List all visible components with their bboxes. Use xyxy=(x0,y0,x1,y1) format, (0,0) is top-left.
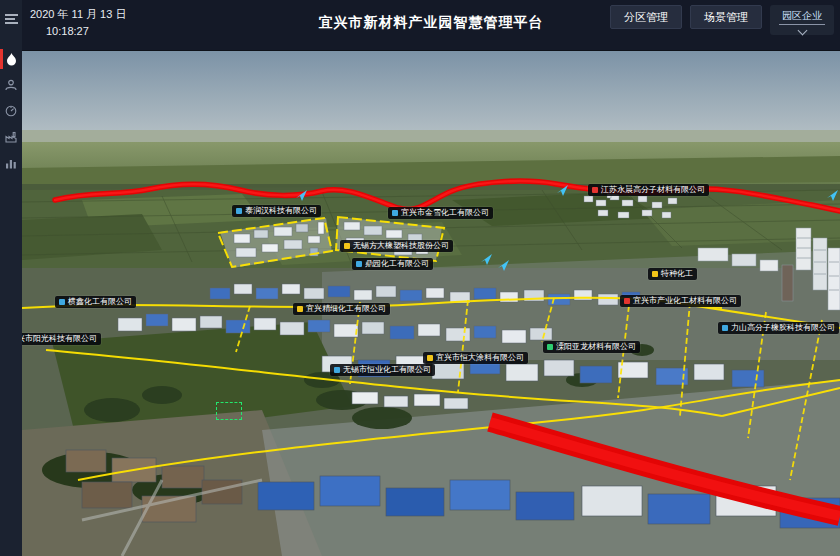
enterprise-name: 无锡方大橡塑科技股份公司 xyxy=(353,241,449,251)
enterprise-label[interactable]: 宜兴市产业化工材料有限公司 xyxy=(620,295,741,307)
dropdown-label: 园区企业 xyxy=(779,7,825,25)
enterprise-label[interactable]: 鼎园化工有限公司 xyxy=(352,258,433,270)
enterprise-name: 宜兴市恒大涂料有限公司 xyxy=(436,353,524,363)
enterprise-icon xyxy=(344,243,350,249)
enterprise-icon xyxy=(624,298,630,304)
fire-icon[interactable] xyxy=(0,46,22,72)
factory-icon[interactable] xyxy=(0,124,22,150)
enterprise-name: 泰润汉科技有限公司 xyxy=(245,206,317,216)
enterprise-icon xyxy=(392,210,398,216)
enterprise-label[interactable]: 特种化工 xyxy=(648,268,697,280)
enterprise-label[interactable]: 横鑫化工有限公司 xyxy=(55,296,136,308)
park-enterprise-dropdown[interactable]: 园区企业 xyxy=(770,5,834,35)
enterprise-name: 无锡市恒业化工有限公司 xyxy=(343,365,431,375)
enterprise-icon xyxy=(652,271,658,277)
enterprise-name: 宜兴市阳光科技有限公司 xyxy=(22,334,97,344)
user-icon[interactable] xyxy=(0,72,22,98)
enterprise-icon xyxy=(722,325,728,331)
enterprise-name: 宜兴精细化工有限公司 xyxy=(306,304,386,314)
enterprise-icon xyxy=(334,367,340,373)
plane-marker-icon[interactable] xyxy=(826,188,839,206)
enterprise-name: 横鑫化工有限公司 xyxy=(68,297,132,307)
plane-marker-icon[interactable] xyxy=(556,183,569,201)
enterprise-icon xyxy=(236,208,242,214)
enterprise-label[interactable]: 无锡方大橡塑科技股份公司 xyxy=(340,240,453,252)
zone-management-button[interactable]: 分区管理 xyxy=(610,5,682,29)
chevron-down-icon xyxy=(797,26,807,36)
enterprise-name: 宜兴市产业化工材料有限公司 xyxy=(633,296,737,306)
enterprise-name: 宜兴市金雪化工有限公司 xyxy=(401,208,489,218)
enterprise-icon xyxy=(297,306,303,312)
selection-box xyxy=(216,402,242,420)
enterprise-icon xyxy=(356,261,362,267)
enterprise-label[interactable]: 宜兴精细化工有限公司 xyxy=(293,303,390,315)
enterprise-label[interactable]: 力山高分子橡胶科技有限公司 xyxy=(718,322,839,334)
enterprise-name: 江苏永晨高分子材料有限公司 xyxy=(601,185,705,195)
plane-marker-icon[interactable] xyxy=(497,258,510,276)
enterprise-label[interactable]: 宜兴市金雪化工有限公司 xyxy=(388,207,493,219)
enterprise-name: 鼎园化工有限公司 xyxy=(365,259,429,269)
top-bar: 2020 年 11 月 13 日 10:18:27 宜兴市新材料产业园智慧管理平… xyxy=(22,0,840,51)
map-3d-view[interactable]: 泰润汉科技有限公司 宜兴市金雪化工有限公司 无锡方大橡塑科技股份公司 鼎园化工有… xyxy=(22,50,840,556)
enterprise-label[interactable]: 江苏永晨高分子材料有限公司 xyxy=(588,184,709,196)
enterprise-label[interactable]: 泰润汉科技有限公司 xyxy=(232,205,321,217)
menu-icon[interactable] xyxy=(0,6,22,32)
enterprise-icon xyxy=(592,187,598,193)
enterprise-name: 特种化工 xyxy=(661,269,693,279)
enterprise-icon xyxy=(427,355,433,361)
smart-park-platform: 2020 年 11 月 13 日 10:18:27 宜兴市新材料产业园智慧管理平… xyxy=(0,0,840,556)
plane-marker-icon[interactable] xyxy=(480,252,493,270)
enterprise-name: 力山高分子橡胶科技有限公司 xyxy=(731,323,835,333)
sidebar xyxy=(0,0,22,556)
bar-chart-icon[interactable] xyxy=(0,150,22,176)
enterprise-label[interactable]: 溧阳亚龙材料有限公司 xyxy=(543,341,640,353)
enterprise-label[interactable]: 无锡市恒业化工有限公司 xyxy=(330,364,435,376)
scene-management-button[interactable]: 场景管理 xyxy=(690,5,762,29)
enterprise-label[interactable]: 宜兴市阳光科技有限公司 xyxy=(22,333,101,345)
enterprise-label[interactable]: 宜兴市恒大涂料有限公司 xyxy=(423,352,528,364)
enterprise-name: 溧阳亚龙材料有限公司 xyxy=(556,342,636,352)
enterprise-icon xyxy=(547,344,553,350)
gauge-icon[interactable] xyxy=(0,98,22,124)
plane-marker-icon[interactable] xyxy=(295,188,308,206)
enterprise-icon xyxy=(59,299,65,305)
